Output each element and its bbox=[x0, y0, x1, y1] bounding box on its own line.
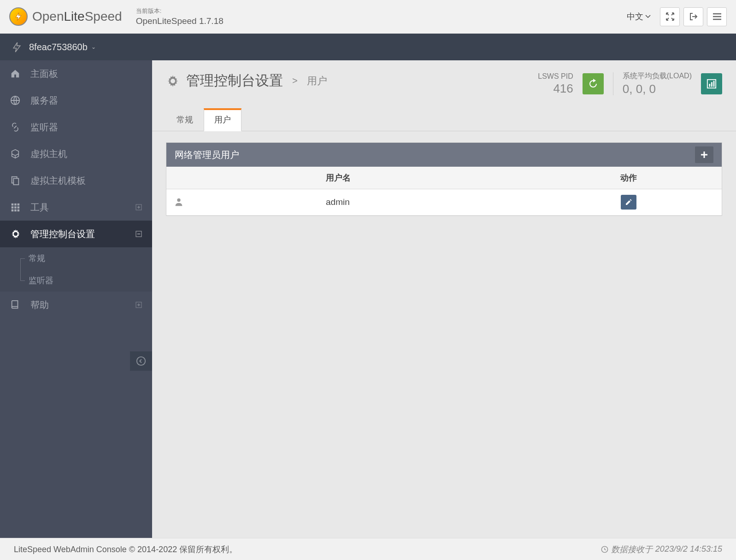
sidebar-item-label: 主面板 bbox=[30, 68, 58, 80]
sidebar-item-label: 监听器 bbox=[30, 121, 58, 134]
sidebar-item-server[interactable]: 服务器 bbox=[0, 87, 152, 114]
load-label: 系统平均负载(LOAD) bbox=[623, 71, 692, 81]
pid-stat: LSWS PID 416 bbox=[538, 72, 573, 96]
sidebar: 主面板 服务器 监听器 虚拟主机 虚拟主机模板 工具 管理控制台设置 bbox=[0, 60, 152, 538]
version-label: 当前版本: bbox=[136, 7, 224, 15]
svg-rect-9 bbox=[12, 210, 14, 212]
fullscreen-button[interactable] bbox=[660, 7, 680, 26]
restart-button[interactable] bbox=[583, 73, 604, 94]
table-header-username: 用户名 bbox=[318, 167, 535, 189]
cog-icon bbox=[10, 228, 21, 239]
footer: LiteSpeed WebAdmin Console © 2014-2022 保… bbox=[0, 538, 736, 560]
sidebar-item-label: 管理控制台设置 bbox=[30, 228, 95, 240]
svg-rect-18 bbox=[711, 82, 712, 87]
sidebar-item-help[interactable]: 帮助 bbox=[0, 292, 152, 318]
edit-user-button[interactable] bbox=[621, 195, 636, 210]
footer-status: 数据接收于 2023/9/2 14:53:15 bbox=[601, 544, 722, 555]
sidebar-collapse-button[interactable] bbox=[130, 351, 152, 371]
svg-rect-4 bbox=[14, 204, 17, 206]
svg-rect-11 bbox=[18, 210, 20, 212]
version-value: OpenLiteSpeed 1.7.18 bbox=[136, 16, 224, 26]
footer-copyright: LiteSpeed WebAdmin Console © 2014-2022 保… bbox=[14, 544, 237, 555]
sidebar-subitem-general[interactable]: 常规 bbox=[0, 247, 152, 269]
table-row: admin bbox=[166, 189, 722, 216]
sidebar-subitem-label: 监听器 bbox=[29, 275, 53, 286]
svg-rect-7 bbox=[14, 206, 17, 209]
expand-minus-icon bbox=[135, 231, 142, 237]
sidebar-item-label: 帮助 bbox=[30, 299, 49, 311]
tab-general[interactable]: 常规 bbox=[166, 108, 204, 131]
stats-button[interactable] bbox=[701, 73, 722, 94]
home-icon bbox=[10, 69, 21, 79]
copy-icon bbox=[10, 175, 21, 186]
edit-icon bbox=[625, 198, 632, 206]
load-value: 0, 0, 0 bbox=[623, 82, 692, 96]
sidebar-item-label: 虚拟主机 bbox=[30, 148, 67, 160]
svg-rect-3 bbox=[12, 204, 14, 206]
users-table: 用户名 动作 admin bbox=[166, 167, 722, 216]
svg-rect-5 bbox=[18, 204, 20, 206]
svg-rect-19 bbox=[713, 81, 715, 87]
globe-icon bbox=[10, 95, 21, 105]
tab-users[interactable]: 用户 bbox=[204, 108, 241, 131]
sidebar-item-tools[interactable]: 工具 bbox=[0, 194, 152, 221]
page-title: 管理控制台设置 > 用户 bbox=[166, 71, 327, 90]
language-selector[interactable]: 中文 bbox=[627, 11, 651, 22]
sidebar-item-label: 服务器 bbox=[30, 94, 58, 107]
svg-rect-2 bbox=[13, 178, 18, 185]
svg-rect-6 bbox=[12, 206, 14, 209]
table-header-action: 动作 bbox=[535, 167, 722, 189]
footer-data-prefix: 数据接收于 bbox=[611, 544, 653, 555]
logo-text: OpenLiteSpeed bbox=[32, 9, 122, 24]
add-user-button[interactable] bbox=[695, 146, 713, 163]
menu-button[interactable] bbox=[707, 7, 727, 26]
pid-value: 416 bbox=[538, 82, 573, 96]
tabs: 常规 用户 bbox=[152, 96, 736, 131]
server-selector[interactable]: 8feac753860b ⌄ bbox=[29, 42, 96, 52]
sidebar-item-label: 工具 bbox=[30, 201, 49, 214]
svg-rect-10 bbox=[14, 210, 17, 212]
clock-icon bbox=[601, 546, 608, 553]
svg-point-20 bbox=[177, 198, 180, 202]
breadcrumb-current: 用户 bbox=[307, 74, 327, 88]
logo-icon bbox=[9, 7, 28, 26]
logout-icon bbox=[689, 12, 698, 21]
sidebar-item-listeners[interactable]: 监听器 bbox=[0, 114, 152, 140]
pid-label: LSWS PID bbox=[538, 72, 573, 81]
logout-button[interactable] bbox=[683, 7, 703, 26]
expand-plus-icon bbox=[135, 204, 142, 210]
sidebar-item-admin-settings[interactable]: 管理控制台设置 bbox=[0, 221, 152, 247]
sidebar-subitem-listeners[interactable]: 监听器 bbox=[0, 269, 152, 292]
arrow-left-circle-icon bbox=[136, 356, 146, 366]
svg-point-15 bbox=[137, 357, 145, 365]
book-icon bbox=[10, 300, 21, 310]
users-panel: 网络管理员用户 用户名 动作 bbox=[166, 142, 722, 216]
content-area: 网络管理员用户 用户名 动作 bbox=[152, 131, 736, 538]
restart-icon bbox=[588, 78, 599, 89]
sidebar-subitem-label: 常规 bbox=[29, 253, 45, 264]
sidebar-item-dashboard[interactable]: 主面板 bbox=[0, 60, 152, 87]
page-header: 管理控制台设置 > 用户 LSWS PID 416 系统平均负载(LOAD) 0… bbox=[152, 60, 736, 96]
expand-plus-icon bbox=[135, 302, 142, 308]
link-icon bbox=[10, 122, 21, 132]
cubes-icon bbox=[10, 149, 21, 159]
breadcrumb-separator: > bbox=[292, 76, 298, 86]
version-info: 当前版本: OpenLiteSpeed 1.7.18 bbox=[136, 7, 224, 26]
logo[interactable]: OpenLiteSpeed bbox=[9, 7, 122, 26]
load-stat: 系统平均负载(LOAD) 0, 0, 0 bbox=[623, 71, 692, 96]
chevron-down-icon: ⌄ bbox=[91, 44, 96, 50]
stat-separator bbox=[613, 72, 613, 95]
menu-icon bbox=[712, 13, 722, 20]
grid-icon bbox=[10, 202, 21, 212]
chart-icon bbox=[707, 79, 717, 89]
sidebar-item-vhosts[interactable]: 虚拟主机 bbox=[0, 140, 152, 167]
gear-icon bbox=[166, 74, 180, 88]
row-username: admin bbox=[318, 189, 535, 216]
sidebar-item-vhost-templates[interactable]: 虚拟主机模板 bbox=[0, 167, 152, 194]
sidebar-item-label: 虚拟主机模板 bbox=[30, 175, 86, 187]
row-icon-cell bbox=[166, 189, 318, 216]
panel-header: 网络管理员用户 bbox=[166, 143, 722, 167]
table-header-icon bbox=[166, 167, 318, 189]
svg-rect-17 bbox=[709, 84, 711, 87]
chevron-down-icon bbox=[645, 15, 651, 18]
